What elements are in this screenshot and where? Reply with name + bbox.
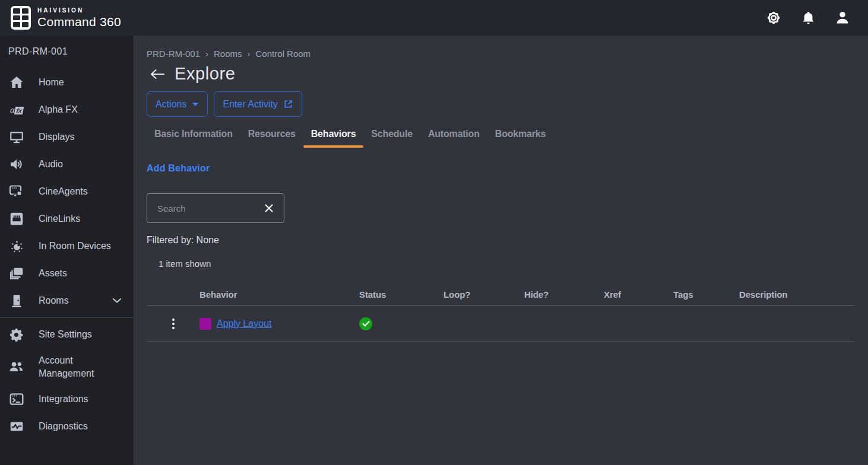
breadcrumb-item-room[interactable]: PRD-RM-001	[147, 49, 200, 59]
behavior-color-swatch	[199, 318, 211, 330]
sidebar-item-diagnostics[interactable]: Diagnostics	[0, 413, 134, 440]
sidebar-item-site-settings[interactable]: Site Settings	[0, 321, 134, 348]
users-icon	[8, 359, 24, 374]
tab-schedule[interactable]: Schedule	[363, 124, 420, 148]
back-arrow-icon	[150, 68, 165, 80]
status-enabled-check-icon	[359, 317, 372, 330]
column-header-tags: Tags	[673, 289, 739, 300]
table-header-row: Behavior Status Loop? Hide? Xref Tags De…	[147, 284, 854, 306]
column-header-xref: Xref	[604, 289, 673, 300]
sidebar-item-displays[interactable]: Displays	[0, 123, 134, 151]
sidebar-item-assets[interactable]: Assets	[0, 260, 134, 287]
search-box	[147, 193, 284, 223]
speaker-icon	[8, 157, 24, 172]
home-icon	[8, 75, 24, 90]
enter-activity-button[interactable]: Enter Activity	[214, 91, 302, 117]
tab-resources[interactable]: Resources	[240, 124, 303, 148]
brand-haivision-label: HAIVISION	[37, 7, 121, 14]
sidebar-item-cinelinks[interactable]: CineLinks	[0, 205, 134, 232]
bell-icon	[800, 10, 816, 26]
chevron-down-icon	[112, 298, 125, 304]
column-header-loop: Loop?	[443, 289, 524, 300]
filtered-by-text: Filtered by: None	[147, 235, 854, 246]
sidebar-item-account-management[interactable]: Account Management	[0, 348, 134, 386]
sidebar-room-title: PRD-RM-001	[0, 42, 134, 69]
user-account-button[interactable]	[834, 9, 851, 27]
sidebar-item-in-room-devices[interactable]: In Room Devices	[0, 232, 134, 260]
sidebar-divider	[0, 317, 134, 318]
pulse-chart-icon	[8, 419, 24, 434]
breadcrumb: PRD-RM-001 › Rooms › Control Room	[147, 49, 854, 59]
close-icon	[264, 203, 274, 213]
caret-down-icon	[192, 102, 199, 107]
gear-icon	[765, 9, 783, 27]
tab-basic-information[interactable]: Basic Information	[147, 124, 240, 148]
person-icon	[834, 9, 851, 26]
in-room-devices-icon	[8, 238, 24, 254]
main-content: PRD-RM-001 › Rooms › Control Room Explor…	[134, 36, 868, 465]
brand-command360-label: Command 360	[37, 15, 121, 28]
actions-button[interactable]: Actions	[147, 91, 208, 117]
top-bar: HAIVISION Command 360	[0, 0, 868, 36]
breadcrumb-separator: ›	[205, 49, 208, 59]
behaviors-table: Behavior Status Loop? Hide? Xref Tags De…	[147, 284, 854, 342]
sidebar-item-alpha-fx[interactable]: αfx Alpha FX	[0, 96, 134, 123]
column-header-behavior: Behavior	[199, 289, 359, 300]
column-header-description: Description	[739, 289, 854, 300]
table-row: Apply Layout	[147, 306, 854, 342]
page-title: Explore	[175, 64, 236, 84]
row-menu-kebab-icon[interactable]	[147, 319, 199, 329]
external-link-icon	[283, 99, 293, 109]
notifications-button[interactable]	[799, 9, 817, 27]
haivision-grid-icon	[11, 6, 31, 30]
gear-icon	[8, 327, 24, 342]
column-header-status: Status	[359, 289, 443, 300]
tab-automation[interactable]: Automation	[420, 124, 487, 148]
alpha-fx-icon: αfx	[8, 106, 24, 114]
sidebar-item-audio[interactable]: Audio	[0, 151, 134, 178]
brand-logo[interactable]: HAIVISION Command 360	[11, 6, 121, 30]
assets-stack-icon	[8, 266, 24, 281]
items-shown-count: 1 item shown	[159, 259, 854, 269]
breadcrumb-item-rooms[interactable]: Rooms	[214, 49, 242, 59]
sidebar-item-cineagents[interactable]: CineAgents	[0, 178, 134, 205]
sidebar-item-integrations[interactable]: Integrations	[0, 386, 134, 413]
behavior-link-apply-layout[interactable]: Apply Layout	[217, 319, 272, 329]
sidebar-item-home[interactable]: Home	[0, 69, 134, 96]
display-icon	[8, 129, 24, 145]
back-button[interactable]	[148, 67, 166, 81]
tab-bar: Basic Information Resources Behaviors Sc…	[147, 124, 854, 148]
clear-search-button[interactable]	[263, 202, 275, 214]
cineagents-icon	[8, 184, 24, 199]
door-icon	[8, 293, 24, 308]
cinelinks-port-icon	[8, 211, 24, 227]
sidebar: PRD-RM-001 Home αfx Alpha FX Displays	[0, 36, 134, 465]
search-input[interactable]	[156, 203, 258, 214]
breadcrumb-item-control-room[interactable]: Control Room	[256, 49, 311, 59]
terminal-icon	[8, 391, 24, 407]
sidebar-item-rooms[interactable]: Rooms	[0, 287, 134, 314]
tab-bookmarks[interactable]: Bookmarks	[487, 124, 553, 148]
tab-behaviors[interactable]: Behaviors	[303, 124, 364, 148]
breadcrumb-separator: ›	[248, 49, 251, 59]
settings-gear-button[interactable]	[765, 9, 783, 27]
add-behavior-link[interactable]: Add Behavior	[147, 163, 210, 174]
column-header-hide: Hide?	[524, 289, 604, 300]
